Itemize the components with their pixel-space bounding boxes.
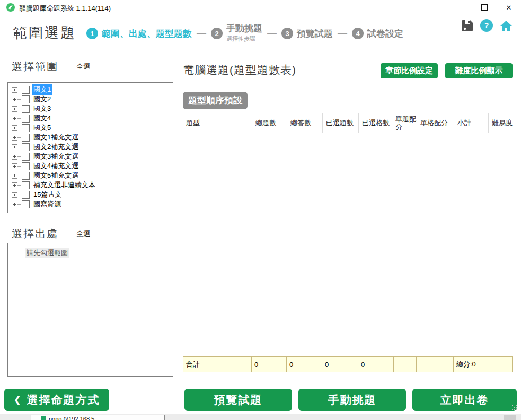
expand-plus-icon[interactable] — [12, 163, 17, 169]
tree-item-guowen3[interactable]: 國文3 — [8, 104, 173, 113]
tree-item-checkbox[interactable] — [22, 115, 30, 122]
generate-exam-button[interactable]: 立即出卷 — [412, 389, 517, 411]
col-total-answers: 總答數 — [287, 113, 322, 133]
tree-item-checkbox[interactable] — [22, 181, 30, 189]
resize-grip[interactable] — [511, 404, 518, 412]
tree-item-writing-resources[interactable]: 國寫資源 — [8, 199, 173, 209]
tree-item-checkbox[interactable] — [22, 134, 30, 142]
help-icon[interactable]: ? — [480, 19, 493, 32]
source-select-all-checkbox[interactable] — [65, 230, 73, 238]
range-select-all-label: 全選 — [76, 62, 90, 72]
expand-plus-icon[interactable] — [12, 192, 17, 198]
close-button[interactable]: ✕ — [497, 0, 521, 15]
background-scrollbar — [504, 415, 516, 420]
source-section-title: 選擇出處 — [12, 226, 58, 241]
tree-item-supp5[interactable]: 國文5補充文選 — [8, 171, 173, 180]
expand-plus-icon[interactable] — [12, 144, 17, 150]
header-icons: ? — [461, 19, 513, 32]
preview-exam-button[interactable]: 預覽試題 — [184, 389, 292, 411]
step-2-label: 手動挑題 — [226, 24, 262, 33]
col-points-per-question: 單題配分 — [394, 113, 417, 133]
selected-questions-value: 0 — [322, 356, 358, 372]
background-window-item: popo (\\192.168.5 — [31, 415, 165, 420]
tree-item-checkbox[interactable] — [22, 124, 30, 132]
total-row: 合計 0 0 0 0 總分:0 — [183, 356, 513, 372]
question-type-table-header: 題型 總題數 總答數 已選題數 已選格數 單題配分 單格配分 小計 難易度 — [183, 113, 513, 133]
spreadsheet-app-icon — [41, 416, 46, 420]
tree-item-checkbox[interactable] — [22, 191, 30, 199]
tree-item-supp2[interactable]: 國文2補充文選 — [8, 142, 173, 152]
maximize-icon — [481, 4, 488, 11]
col-points-per-blank: 單格配分 — [417, 113, 454, 133]
window-title: 龍騰題庫命題系統 1.1.14(114) — [19, 4, 111, 13]
home-icon[interactable] — [500, 19, 513, 32]
step-3-circle: 3 — [281, 28, 293, 39]
step-1-range[interactable]: 1 範圍、出處、題型題數 — [86, 28, 192, 40]
main-panel-divider — [183, 85, 521, 85]
tree-item-supp4[interactable]: 國文4補充文選 — [8, 161, 173, 171]
tree-item-checkbox[interactable] — [22, 86, 30, 94]
expand-plus-icon[interactable] — [12, 116, 17, 121]
manual-pick-button[interactable]: 手動挑題 — [298, 389, 406, 411]
expand-plus-icon[interactable] — [12, 135, 17, 141]
total-questions-value: 0 — [252, 356, 287, 372]
chapter-ratio-button[interactable]: 章節比例設定 — [381, 63, 438, 78]
total-score: 總分:0 — [454, 356, 513, 372]
step-2-manual-pick[interactable]: 2 手動挑題 選擇性步驟 — [211, 24, 262, 43]
expand-plus-icon[interactable] — [12, 106, 17, 112]
step-3-preview[interactable]: 3 預覽試題 — [281, 28, 333, 40]
title-bar: 龍騰題庫命題系統 1.1.14(114) — ✕ — [0, 0, 521, 15]
minimize-button[interactable]: — — [448, 0, 472, 15]
tree-item-checkbox[interactable] — [22, 105, 30, 113]
expand-plus-icon[interactable] — [12, 173, 17, 179]
tree-item-guowen2[interactable]: 國文2 — [8, 94, 173, 104]
expand-plus-icon[interactable] — [12, 87, 17, 93]
expand-plus-icon[interactable] — [12, 182, 17, 188]
difficulty-ratio-button[interactable]: 難度比例顯示 — [445, 63, 513, 78]
tree-item-15-classics[interactable]: 15篇古文 — [8, 190, 173, 199]
maximize-button[interactable] — [472, 0, 497, 15]
range-select-all-checkbox[interactable] — [65, 63, 73, 71]
tree-item-checkbox[interactable] — [22, 153, 30, 161]
step-4-paper-settings[interactable]: 4 試卷設定 — [352, 28, 403, 40]
expand-plus-icon[interactable] — [12, 125, 17, 131]
app-window: 龍騰題庫命題系統 1.1.14(114) — ✕ 範圍選題 1 範圍、出處、題型… — [0, 0, 521, 420]
tree-item-checkbox[interactable] — [22, 143, 30, 151]
tree-item-supp1[interactable]: 國文1補充文選 — [8, 133, 173, 142]
points-per-question-value — [394, 356, 417, 372]
range-tree[interactable]: 國文1 國文2 國文3 國文4 國文5 國文1補充文選 — [7, 82, 173, 213]
step-2-sublabel: 選擇性步驟 — [226, 34, 262, 43]
save-icon[interactable] — [461, 20, 473, 32]
expand-plus-icon[interactable] — [12, 154, 17, 160]
tree-item-checkbox[interactable] — [22, 172, 30, 180]
step-separator: — — [267, 28, 277, 39]
tree-item-noncontinuous[interactable]: 補充文選非連續文本 — [8, 180, 173, 190]
source-list-box[interactable]: 請先勾選範圍 — [7, 243, 173, 377]
tree-item-guowen1[interactable]: 國文1 — [8, 85, 173, 94]
points-per-blank-value — [417, 356, 454, 372]
total-label: 合計 — [183, 356, 252, 372]
step-4-circle: 4 — [352, 28, 364, 39]
expand-plus-icon[interactable] — [12, 97, 17, 102]
type-order-default-button[interactable]: 題型順序預設 — [183, 92, 248, 109]
tree-item-checkbox[interactable] — [22, 95, 30, 103]
col-total-questions: 總題數 — [252, 113, 287, 133]
selected-blanks-value: 0 — [358, 356, 394, 372]
step-separator: — — [338, 28, 347, 39]
back-to-mode-button[interactable]: ❮ 選擇命題方式 — [4, 389, 109, 411]
col-subtotal: 小計 — [454, 113, 488, 133]
source-select-all-label: 全選 — [76, 229, 90, 239]
tree-item-guowen4[interactable]: 國文4 — [8, 113, 173, 123]
col-selected-blanks: 已選格數 — [358, 113, 394, 133]
total-answers-value: 0 — [287, 356, 322, 372]
tree-item-guowen5[interactable]: 國文5 — [8, 123, 173, 133]
background-window-strip: popo (\\192.168.5 — [0, 414, 521, 420]
tree-item-supp3[interactable]: 國文3補充文選 — [8, 152, 173, 161]
expand-plus-icon[interactable] — [12, 202, 17, 207]
tree-item-checkbox[interactable] — [22, 200, 30, 208]
tree-item-checkbox[interactable] — [22, 162, 30, 170]
range-section-title: 選擇範圍 — [12, 59, 58, 74]
background-window-text: popo (\\192.168.5 — [49, 415, 94, 420]
range-section-header: 選擇範圍 全選 — [12, 59, 90, 74]
window-controls: — ✕ — [448, 0, 521, 15]
